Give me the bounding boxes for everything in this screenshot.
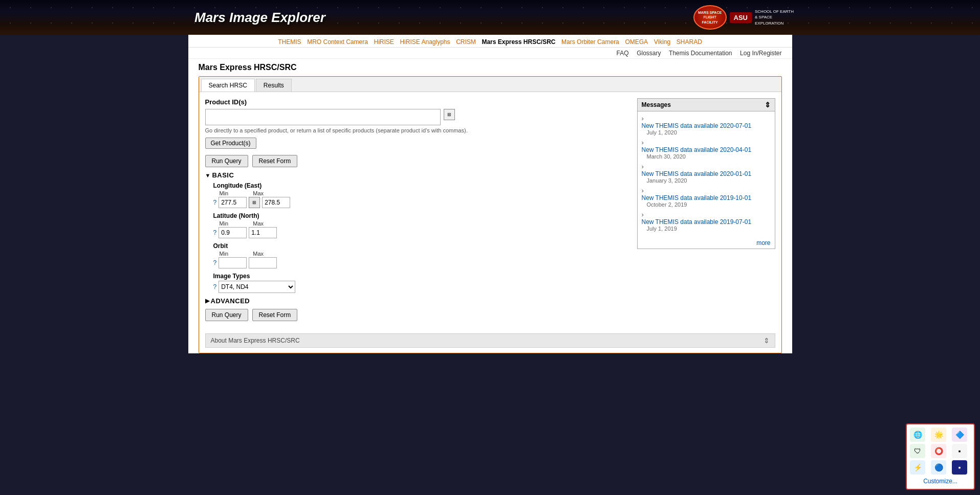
main-nav: THEMIS MRO Context Camera HiRISE HiRISE … — [188, 35, 792, 48]
sub-nav-faq[interactable]: FAQ — [616, 50, 628, 57]
basic-section-label: Basic — [212, 171, 234, 179]
message-date-1: March 30, 2020 — [647, 153, 771, 160]
tab-bar: Search HRSC Results — [199, 77, 781, 92]
nav-mars-orbiter[interactable]: Mars Orbiter Camera — [561, 38, 619, 46]
app-icon-4[interactable]: ⭕ — [931, 444, 946, 458]
longitude-max-input[interactable]: 278.5 — [262, 197, 290, 208]
message-link-2[interactable]: New THEMIS data available 2020-01-01 — [642, 170, 771, 177]
image-types-select[interactable]: DT4, ND4 All DT4 ND4 SRC — [219, 281, 295, 293]
nav-themis[interactable]: THEMIS — [278, 38, 301, 46]
app-title: Mars Image Explorer — [194, 10, 325, 26]
messages-panel: Messages ⇕ › New THEMIS data available 2… — [637, 98, 775, 249]
product-id-label: Product ID(s) — [205, 98, 629, 106]
nav-hirise[interactable]: HiRISE — [374, 38, 394, 46]
nav-sharad[interactable]: SHARAD — [677, 38, 702, 46]
advanced-toggle[interactable]: ▶ — [205, 298, 209, 304]
latitude-min-label: Min — [220, 220, 229, 227]
nav-mars-express[interactable]: Mars Express HRSC/SRC — [482, 38, 555, 46]
basic-section: ▼ Basic Longitude (East) Min Max — [205, 171, 629, 293]
messages-panel-container: Messages ⇕ › New THEMIS data available 2… — [637, 98, 775, 325]
sub-nav-themis-doc[interactable]: Themis Documentation — [669, 50, 732, 57]
orbit-min-label: Min — [220, 251, 229, 257]
product-id-input[interactable] — [205, 109, 441, 125]
icon-grid: 🌐 🌟 🔷 🛡 ⭕ ▪ ⚡ 🔵 ▪ — [910, 428, 971, 475]
product-id-section: Product ID(s) ⊞ Go directly to a specifi… — [205, 98, 629, 149]
top-button-row: Run Query Reset Form — [205, 155, 629, 167]
longitude-min-input[interactable]: 277.5 — [219, 197, 247, 208]
image-types-field: Image Types ? DT4, ND4 All DT4 ND4 SRC — [213, 273, 629, 293]
bottom-button-row: Run Query Reset Form — [205, 309, 629, 321]
app-icon-7[interactable]: 🔵 — [931, 460, 946, 475]
nav-viking[interactable]: Viking — [654, 38, 670, 46]
reset-form-btn-top[interactable]: Reset Form — [252, 155, 298, 167]
orbit-min-input[interactable] — [219, 257, 247, 268]
message-link-0[interactable]: New THEMIS data available 2020-07-01 — [642, 122, 771, 129]
nav-omega[interactable]: OMEGA — [625, 38, 648, 46]
app-icon-5[interactable]: ▪ — [952, 444, 967, 458]
run-query-btn-top[interactable]: Run Query — [205, 155, 248, 167]
page-title: Mars Express HRSC/SRC — [188, 59, 792, 76]
advanced-section-label[interactable]: Advanced — [211, 297, 250, 305]
search-panel: Search HRSC Results Product ID(s) ⊞ Go d… — [199, 76, 782, 353]
mars-logo: MARS SPACE FLIGHT FACILITY — [693, 5, 727, 30]
mars-logo-text: MARS SPACE FLIGHT FACILITY — [696, 10, 724, 24]
app-icon-8[interactable]: ▪ — [952, 460, 967, 475]
latitude-help-icon[interactable]: ? — [213, 229, 217, 236]
message-item-1: › New THEMIS data available 2020-04-01 M… — [642, 139, 771, 160]
messages-arrows[interactable]: ⇕ — [765, 101, 771, 109]
nav-mro[interactable]: MRO Context Camera — [307, 38, 368, 46]
longitude-min-label: Min — [220, 190, 229, 196]
longitude-help-icon[interactable]: ? — [213, 199, 217, 206]
orbit-max-label: Max — [253, 251, 264, 257]
latitude-min-input[interactable]: 0.9 — [219, 227, 247, 238]
message-date-2: January 3, 2020 — [647, 177, 771, 184]
app-icon-2[interactable]: 🔷 — [952, 428, 967, 442]
latitude-max-label: Max — [253, 220, 264, 227]
messages-list: › New THEMIS data available 2020-07-01 J… — [638, 111, 775, 238]
messages-more-link[interactable]: more — [756, 239, 770, 246]
reset-form-btn-bottom[interactable]: Reset Form — [252, 309, 298, 321]
app-icon-0[interactable]: 🌐 — [910, 428, 925, 442]
sub-nav-login[interactable]: Log In/Register — [740, 50, 781, 57]
nav-hirise-anaglyphs[interactable]: HiRISE Anaglyphs — [400, 38, 450, 46]
orbit-help-icon[interactable]: ? — [213, 259, 217, 266]
bullet-0: › — [642, 115, 644, 122]
app-icon-6[interactable]: ⚡ — [910, 460, 925, 475]
bottom-panel: 🌐 🌟 🔷 🛡 ⭕ ▪ ⚡ 🔵 ▪ Customize... — [906, 423, 975, 490]
message-item-0: › New THEMIS data available 2020-07-01 J… — [642, 115, 771, 136]
bullet-3: › — [642, 187, 644, 194]
asu-tagline: SCHOOL OF EARTH& SPACE EXPLORATION — [755, 9, 796, 26]
orbit-label: Orbit — [213, 242, 629, 250]
message-link-3[interactable]: New THEMIS data available 2019-10-01 — [642, 194, 771, 201]
asu-logo: ASU — [730, 12, 752, 23]
product-id-icon-btn[interactable]: ⊞ — [444, 109, 455, 120]
message-date-4: July 1, 2019 — [647, 226, 771, 232]
customize-btn[interactable]: Customize... — [910, 477, 971, 486]
message-link-1[interactable]: New THEMIS data available 2020-04-01 — [642, 146, 771, 153]
app-icon-3[interactable]: 🛡 — [910, 444, 925, 458]
message-item-4: › New THEMIS data available 2019-07-01 J… — [642, 211, 771, 232]
sub-nav-glossary[interactable]: Glossary — [637, 50, 661, 57]
tab-results[interactable]: Results — [256, 79, 292, 92]
sub-nav: FAQ Glossary Themis Documentation Log In… — [188, 48, 792, 59]
messages-more: more — [638, 238, 775, 249]
longitude-field: Longitude (East) Min Max ? 277.5 ⊞ 278.5 — [213, 182, 629, 208]
get-product-btn[interactable]: Get Product(s) — [205, 138, 256, 149]
advanced-section: ▶ Advanced — [205, 297, 629, 305]
product-id-hint: Go directly to a specified product, or r… — [205, 127, 629, 133]
bullet-2: › — [642, 163, 644, 170]
app-icon-1[interactable]: 🌟 — [931, 428, 946, 442]
image-types-help-icon[interactable]: ? — [213, 283, 217, 290]
orbit-max-input[interactable] — [249, 257, 277, 268]
longitude-max-label: Max — [253, 190, 264, 196]
latitude-max-input[interactable]: 1.1 — [249, 227, 277, 238]
bullet-1: › — [642, 139, 644, 146]
tab-search-hrsc[interactable]: Search HRSC — [201, 79, 255, 92]
basic-toggle[interactable]: ▼ — [205, 172, 211, 178]
longitude-map-btn[interactable]: ⊞ — [249, 197, 260, 208]
nav-crism[interactable]: CRISM — [456, 38, 476, 46]
run-query-btn-bottom[interactable]: Run Query — [205, 309, 248, 321]
about-arrows[interactable]: ⇕ — [764, 336, 770, 345]
message-date-3: October 2, 2019 — [647, 201, 771, 208]
message-link-4[interactable]: New THEMIS data available 2019-07-01 — [642, 218, 771, 226]
